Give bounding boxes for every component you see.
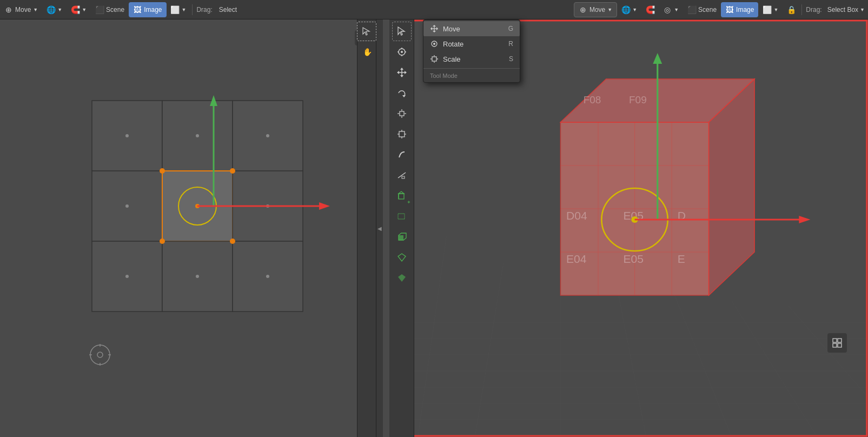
proprtional-btn-right[interactable]: ◎ ▼ bbox=[659, 2, 683, 17]
select-box-label: Select Box bbox=[827, 6, 858, 14]
svg-rect-112 bbox=[838, 343, 842, 347]
grid-overlay-btn[interactable] bbox=[827, 333, 847, 353]
svg-point-17 bbox=[266, 275, 269, 278]
gem-tool-btn[interactable] bbox=[392, 248, 412, 267]
svg-point-13 bbox=[196, 134, 199, 137]
chevron-down-icon-left: ▼ bbox=[33, 7, 38, 12]
scale-tool-btn[interactable] bbox=[392, 104, 412, 123]
svg-marker-45 bbox=[400, 68, 403, 70]
move-dropdown-left[interactable]: ⊕ Move ▼ bbox=[0, 2, 42, 17]
image-btn-right[interactable]: 🖼 Image bbox=[721, 2, 758, 17]
svg-point-38 bbox=[401, 51, 403, 53]
move-icon-right: ⊕ bbox=[579, 5, 587, 14]
top-toolbar: ⊕ Move ▼ 🌐 ▼ 🧲 ▼ ⬛ Scene 🖼 Image ⬜ ▼ Dra… bbox=[0, 0, 868, 19]
svg-text:✋: ✋ bbox=[363, 48, 372, 57]
select-box-btn[interactable]: Select Box ▼ bbox=[824, 2, 868, 17]
drag-label-right: Drag: bbox=[804, 6, 824, 14]
dropdown-tool-mode-label: Tool Mode bbox=[423, 70, 520, 81]
snap-btn-right[interactable]: 🧲 bbox=[641, 2, 659, 17]
svg-rect-62 bbox=[399, 194, 404, 199]
svg-point-12 bbox=[125, 275, 129, 278]
svg-marker-36 bbox=[398, 27, 405, 35]
move-label-left: Move bbox=[15, 6, 31, 14]
dropdown-rotate-left: Rotate bbox=[430, 39, 463, 48]
magnet-icon-left: 🧲 bbox=[71, 5, 79, 14]
scene-icon-left: ⬛ bbox=[95, 5, 104, 14]
cursor-dot-tool[interactable] bbox=[392, 42, 412, 62]
svg-rect-55 bbox=[399, 131, 405, 137]
svg-marker-49 bbox=[402, 95, 406, 97]
svg-marker-116 bbox=[433, 31, 436, 32]
dropdown-move-shortcut: G bbox=[508, 25, 513, 32]
scene-label-left: Scene bbox=[106, 6, 124, 14]
image-icon-left: 🖼 bbox=[133, 5, 142, 14]
chevron-select-box: ▼ bbox=[860, 7, 865, 12]
svg-rect-50 bbox=[400, 111, 404, 116]
overlay-icon-left: ⬜ bbox=[171, 5, 180, 14]
grab-hand-icon-left[interactable]: ✋ bbox=[357, 42, 376, 62]
global-mode-left[interactable]: 🌐 ▼ bbox=[42, 2, 67, 17]
side-toolbar: + bbox=[389, 19, 414, 437]
svg-point-15 bbox=[266, 134, 269, 137]
cursor-select-icon-left[interactable] bbox=[357, 22, 376, 41]
scene-icon-right: ⬛ bbox=[687, 5, 696, 14]
select-cursor-tool[interactable] bbox=[392, 22, 412, 41]
dropdown-move-item[interactable]: Move G bbox=[423, 21, 520, 36]
image-label-right: Image bbox=[736, 6, 754, 14]
svg-rect-61 bbox=[402, 176, 405, 178]
dropdown-move-label: Move bbox=[443, 25, 460, 33]
rotate-tool-btn[interactable] bbox=[392, 83, 412, 103]
extra-tool-btn[interactable] bbox=[392, 268, 412, 288]
box-select-tool-btn[interactable] bbox=[392, 207, 412, 226]
dropdown-rotate-item[interactable]: Rotate R bbox=[423, 36, 520, 51]
scene-btn-left[interactable]: ⬛ Scene bbox=[91, 2, 129, 17]
chevron-down-icon-globe-right: ▼ bbox=[632, 7, 637, 12]
dropdown-scale-shortcut: S bbox=[509, 55, 513, 63]
add-cube-tool-btn[interactable]: + bbox=[392, 186, 412, 206]
svg-text:F08: F08 bbox=[584, 94, 601, 105]
rotate-dropdown-icon bbox=[430, 39, 439, 48]
scene-label-right: Scene bbox=[698, 6, 717, 14]
svg-point-19 bbox=[230, 168, 235, 174]
global-mode-right[interactable]: 🌐 ▼ bbox=[617, 2, 641, 17]
overlay-btn-left[interactable]: ⬜ ▼ bbox=[167, 2, 191, 17]
select-btn-left[interactable]: Select bbox=[215, 2, 241, 17]
globe-icon-right: 🌐 bbox=[621, 5, 630, 14]
svg-rect-111 bbox=[833, 343, 837, 347]
select-label-left: Select bbox=[219, 6, 237, 14]
chevron-down-icon-snap-left: ▼ bbox=[82, 7, 87, 12]
snap-btn-left[interactable]: 🧲 ▼ bbox=[67, 2, 91, 17]
dropdown-rotate-shortcut: R bbox=[508, 40, 513, 48]
overlay-btn-right[interactable]: ⬜ ▼ bbox=[758, 2, 783, 17]
transform-tool-btn[interactable] bbox=[392, 124, 412, 144]
dropdown-scale-left: Scale bbox=[430, 55, 461, 63]
svg-rect-66 bbox=[399, 235, 403, 240]
measure-tool-btn[interactable] bbox=[392, 165, 412, 185]
svg-point-120 bbox=[433, 43, 435, 45]
image-btn-left[interactable]: 🖼 Image bbox=[129, 2, 166, 17]
svg-text:F09: F09 bbox=[629, 94, 647, 105]
move-tool-btn[interactable] bbox=[392, 63, 412, 82]
separator-1 bbox=[192, 4, 193, 15]
cube-solid-tool-btn[interactable] bbox=[392, 227, 412, 247]
dropdown-rotate-label: Rotate bbox=[443, 40, 463, 48]
dropdown-separator bbox=[423, 68, 520, 69]
proportional-icon-right: ◎ bbox=[663, 5, 672, 14]
chevron-down-icon-right: ▼ bbox=[607, 7, 612, 12]
svg-marker-69 bbox=[398, 274, 406, 282]
left-viewport: + bbox=[0, 19, 389, 437]
svg-marker-63 bbox=[399, 191, 404, 194]
svg-rect-121 bbox=[432, 57, 436, 61]
dropdown-scale-item[interactable]: Scale S bbox=[423, 51, 520, 67]
svg-text:E: E bbox=[678, 253, 685, 265]
dropdown-move-left: Move bbox=[430, 24, 460, 33]
move-dropdown-menu: Move G Rotate R Scale S bbox=[423, 19, 520, 83]
image-label-left: Image bbox=[144, 6, 162, 14]
svg-marker-46 bbox=[400, 75, 403, 77]
annotate-tool-btn[interactable] bbox=[392, 145, 412, 164]
uv-grid-canvas bbox=[0, 19, 389, 437]
scene-btn-right[interactable]: ⬛ Scene bbox=[683, 2, 721, 17]
move-dropdown-right[interactable]: ⊕ Move ▼ bbox=[574, 2, 617, 17]
lock-btn-right[interactable]: 🔒 bbox=[783, 2, 800, 17]
svg-text:E04: E04 bbox=[566, 253, 587, 265]
